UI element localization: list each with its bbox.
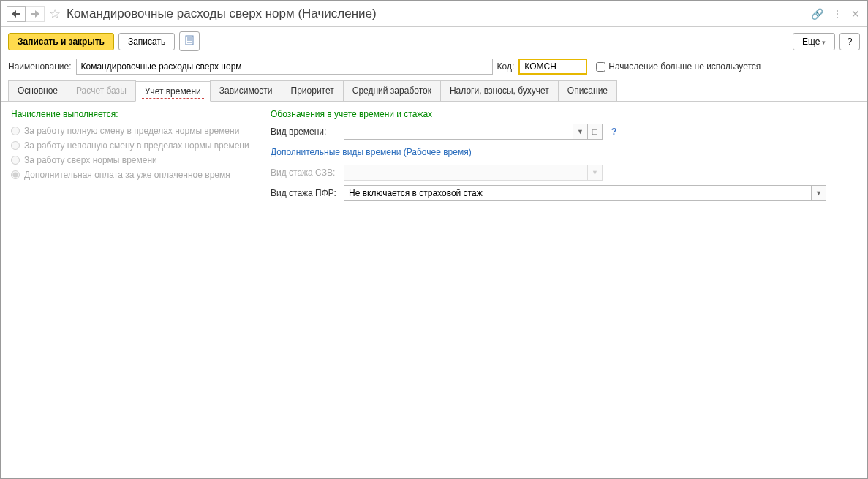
save-button[interactable]: Записать [118, 33, 175, 50]
time-type-open-button[interactable]: ◫ [588, 124, 603, 140]
radio-full-shift [11, 127, 20, 135]
time-type-input[interactable] [344, 124, 573, 140]
radio-additional-pay-label: Дополнительная оплата за уже оплаченное … [24, 170, 230, 180]
pfr-label: Вид стажа ПФР: [271, 188, 339, 198]
kebab-menu-icon[interactable]: ⋮ [832, 8, 842, 20]
document-button[interactable] [179, 31, 200, 51]
radio-partial-shift-label: За работу неполную смену в пределах норм… [24, 140, 249, 151]
tab-priority[interactable]: Приоритет [282, 80, 344, 101]
tab-main[interactable]: Основное [8, 80, 67, 101]
chevron-down-icon: ▼ [577, 128, 584, 135]
name-input[interactable] [76, 59, 493, 75]
radio-overtime-label: За работу сверх нормы времени [24, 155, 157, 165]
link-icon[interactable]: 🔗 [811, 8, 823, 20]
tab-tax[interactable]: Налоги, взносы, бухучет [440, 80, 559, 101]
name-code-row: Наименование: Код: Начисление больше не … [1, 56, 867, 80]
code-input[interactable] [518, 59, 587, 75]
toolbar: Записать и закрыть Записать Еще ? [1, 27, 867, 56]
tab-desc[interactable]: Описание [558, 80, 617, 101]
pfr-input[interactable] [344, 185, 812, 201]
pfr-dropdown-button[interactable]: ▼ [812, 185, 826, 201]
save-and-close-button[interactable]: Записать и закрыть [8, 33, 114, 50]
time-type-label: Вид времени: [271, 127, 339, 137]
nav-back-button[interactable] [7, 6, 26, 22]
chevron-down-icon: ▼ [592, 169, 598, 176]
window-header: ☆ Командировочные расходы сверх норм (На… [1, 1, 867, 27]
close-icon[interactable]: ✕ [851, 8, 860, 20]
radio-full-shift-label: За работу полную смену в пределах нормы … [24, 126, 239, 136]
tab-time-body: Начисление выполняется: За работу полную… [1, 102, 867, 213]
radio-additional-pay [11, 170, 20, 179]
szv-label: Вид стажа СЗВ: [271, 167, 339, 178]
tab-time[interactable]: Учет времени [135, 81, 211, 102]
name-label: Наименование: [8, 61, 72, 72]
arrow-right-icon [31, 10, 39, 18]
arrow-left-icon [12, 10, 20, 18]
tab-avg[interactable]: Средний заработок [343, 80, 441, 101]
nav-forward-button[interactable] [26, 6, 45, 22]
not-used-checkbox[interactable] [596, 62, 605, 72]
szv-input [344, 165, 588, 181]
left-section-title: Начисление выполняется: [11, 109, 256, 119]
tabs: Основное Расчет базы Учет времени Зависи… [1, 80, 867, 102]
time-type-dropdown-button[interactable]: ▼ [573, 124, 588, 140]
not-used-label: Начисление больше не используется [608, 61, 761, 72]
right-section-title: Обозначения в учете времени и стажах [271, 109, 857, 119]
page-title: Командировочные расходы сверх норм (Начи… [67, 7, 811, 21]
favorite-star-icon[interactable]: ☆ [49, 6, 61, 22]
chevron-down-icon: ▼ [815, 189, 822, 197]
time-type-help-icon[interactable]: ? [611, 127, 616, 137]
help-button[interactable]: ? [839, 33, 860, 50]
code-label: Код: [497, 61, 515, 72]
document-icon [185, 35, 194, 45]
tab-base[interactable]: Расчет базы [67, 80, 136, 101]
radio-overtime [11, 156, 20, 165]
tab-deps[interactable]: Зависимости [210, 80, 282, 101]
szv-dropdown-button: ▼ [588, 165, 603, 181]
radio-partial-shift [11, 141, 20, 150]
open-icon: ◫ [592, 128, 598, 135]
additional-time-types-link[interactable]: Дополнительные виды времени (Рабочее вре… [271, 147, 472, 157]
more-button[interactable]: Еще [793, 33, 835, 50]
